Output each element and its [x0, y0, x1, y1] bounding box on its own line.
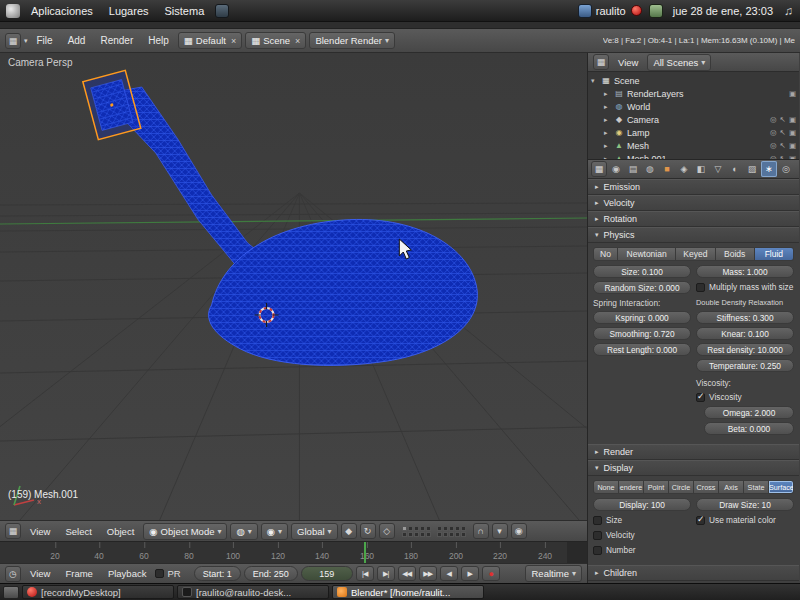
menu-lugares[interactable]: Lugares — [102, 3, 156, 19]
physics-type-fluid[interactable]: Fluid — [755, 247, 794, 261]
draw-cross[interactable]: Cross — [694, 480, 719, 494]
restrict-view-icon[interactable] — [770, 128, 777, 137]
tab-object[interactable] — [659, 161, 675, 177]
draw-circle[interactable]: Circle — [669, 480, 694, 494]
editor-type-icon[interactable] — [593, 54, 609, 70]
layer-buttons[interactable] — [402, 526, 466, 537]
translate-manipulator-icon[interactable] — [341, 523, 357, 539]
number-checkbox[interactable] — [593, 546, 602, 555]
restrict-select-icon[interactable] — [780, 128, 786, 137]
snap-element-selector[interactable] — [492, 523, 508, 539]
restrict-select-icon[interactable] — [780, 115, 786, 124]
tray-network-icon[interactable] — [578, 4, 592, 18]
kspring-field[interactable]: Kspring: 0.000 — [593, 311, 691, 324]
beta-field[interactable]: Beta: 0.000 — [704, 422, 794, 435]
tab-material[interactable] — [727, 161, 743, 177]
restrict-view-icon[interactable] — [770, 154, 777, 159]
transform-orientation-selector[interactable]: Global — [291, 523, 337, 540]
use-material-color-checkbox[interactable] — [696, 516, 705, 525]
tree-row-camera[interactable]: Camera — [591, 113, 796, 126]
draw-axis[interactable]: Axis — [719, 480, 744, 494]
tree-row-renderlayers[interactable]: RenderLayers — [591, 87, 796, 100]
prev-keyframe-button[interactable]: ◀◀ — [398, 566, 416, 581]
tree-row-scene[interactable]: Scene — [591, 74, 796, 87]
panel-emission[interactable]: Emission — [588, 179, 799, 195]
tab-object-data[interactable] — [710, 161, 726, 177]
timeline-ruler[interactable]: 20 40 60 80 100 120 140 160 180 200 220 … — [0, 541, 587, 563]
menu-frame[interactable]: Frame — [59, 566, 98, 581]
restrict-render-icon[interactable] — [789, 115, 796, 124]
draw-state[interactable]: State — [744, 480, 769, 494]
tab-texture[interactable] — [744, 161, 760, 177]
temperature-field[interactable]: Temperature: 0.250 — [696, 359, 794, 372]
viewport-shading-selector[interactable] — [230, 523, 257, 540]
panel-display[interactable]: Display — [588, 460, 799, 476]
username-applet[interactable]: raulito — [596, 5, 626, 17]
rest-length-field[interactable]: Rest Length: 0.000 — [593, 343, 691, 356]
tray-status-icon[interactable] — [649, 4, 663, 18]
tree-row-lamp[interactable]: Lamp — [591, 126, 796, 139]
expand-icon[interactable] — [604, 155, 611, 160]
draw-none[interactable]: None — [593, 480, 619, 494]
snap-magnet-icon[interactable] — [473, 523, 489, 539]
restrict-view-icon[interactable] — [770, 115, 777, 124]
menu-view[interactable]: View — [612, 55, 644, 70]
play-reverse-button[interactable]: ◀ — [440, 566, 458, 581]
screen-unlink-icon[interactable] — [229, 36, 236, 46]
expand-icon[interactable] — [604, 90, 611, 98]
tree-row-mesh[interactable]: Mesh — [591, 139, 796, 152]
expand-icon[interactable] — [604, 142, 611, 150]
menu-view[interactable]: View — [24, 566, 56, 581]
rotate-manipulator-icon[interactable] — [360, 523, 376, 539]
pivot-point-selector[interactable] — [261, 523, 288, 540]
draw-point[interactable]: Point — [644, 480, 669, 494]
record-button[interactable]: ● — [482, 566, 500, 581]
editor-type-icon[interactable] — [5, 523, 21, 539]
tree-row-mesh001[interactable]: Mesh.001 — [591, 152, 796, 159]
draw-size-field[interactable]: Draw Size: 10 — [696, 498, 794, 511]
expand-icon[interactable] — [604, 129, 611, 137]
tab-physics[interactable] — [778, 161, 794, 177]
menu-select[interactable]: Select — [59, 524, 97, 539]
expand-icon[interactable] — [591, 77, 598, 85]
current-frame-playhead[interactable] — [364, 542, 366, 563]
restrict-render-icon[interactable] — [789, 141, 796, 150]
tree-row-world[interactable]: World — [591, 100, 796, 113]
panel-physics[interactable]: Physics — [588, 227, 799, 243]
size-field[interactable]: Size: 0.100 — [593, 265, 691, 278]
smoothing-field[interactable]: Smoothing: 0.720 — [593, 327, 691, 340]
current-frame-field[interactable]: 159 — [301, 566, 353, 581]
physics-type-newtonian[interactable]: Newtonian — [618, 247, 676, 261]
jump-to-start-button[interactable]: |◀ — [356, 566, 374, 581]
velocity-checkbox[interactable] — [593, 531, 602, 540]
menu-object[interactable]: Object — [101, 524, 140, 539]
frame-end-field[interactable]: End: 250 — [244, 566, 298, 581]
restrict-render-icon[interactable] — [789, 89, 796, 98]
tab-constraints[interactable] — [676, 161, 692, 177]
render-engine-selector[interactable]: Blender Render — [309, 32, 395, 49]
volume-icon[interactable] — [781, 4, 796, 18]
distro-logo-icon[interactable] — [6, 4, 20, 18]
physics-type-boids[interactable]: Boids — [716, 247, 755, 261]
tab-render[interactable] — [608, 161, 624, 177]
restrict-render-icon[interactable] — [789, 154, 796, 159]
next-keyframe-button[interactable]: ▶▶ — [419, 566, 437, 581]
viscosity-checkbox[interactable] — [696, 393, 705, 402]
menu-playback[interactable]: Playback — [102, 566, 153, 581]
task-blender[interactable]: Blender* [/home/raulit... — [332, 585, 484, 599]
menu-view[interactable]: View — [24, 524, 56, 539]
multiply-mass-checkbox[interactable] — [696, 283, 705, 292]
restrict-select-icon[interactable] — [780, 141, 786, 150]
menu-render[interactable]: Render — [94, 33, 139, 48]
tab-particles[interactable] — [761, 161, 777, 177]
display-percent-field[interactable]: Display: 100 — [593, 498, 691, 511]
tab-scene[interactable] — [625, 161, 641, 177]
physics-type-no[interactable]: No — [593, 247, 618, 261]
mass-field[interactable]: Mass: 1.000 — [696, 265, 794, 278]
menu-help[interactable]: Help — [142, 33, 175, 48]
draw-rendered[interactable]: endere — [619, 480, 644, 494]
omega-field[interactable]: Omega: 2.000 — [704, 406, 794, 419]
jump-to-end-button[interactable]: ▶| — [377, 566, 395, 581]
render-opengl-icon[interactable] — [511, 523, 527, 539]
knear-field[interactable]: Knear: 0.100 — [696, 327, 794, 340]
